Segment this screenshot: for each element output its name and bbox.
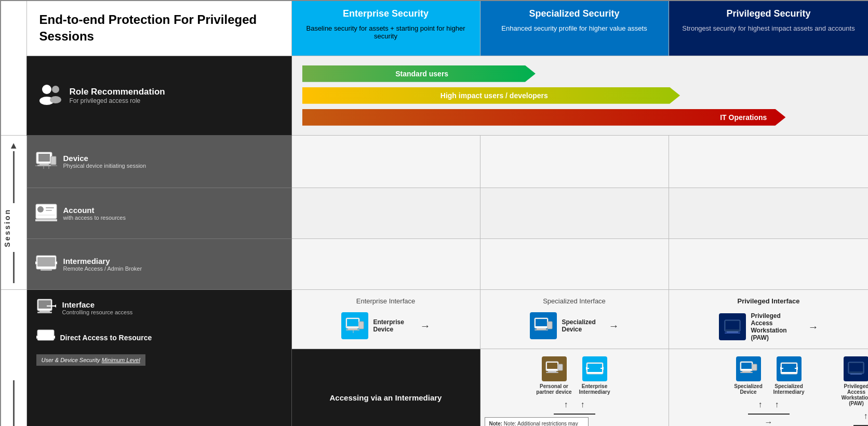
svg-rect-5 <box>38 154 50 162</box>
svg-rect-39 <box>346 329 359 330</box>
specialized-header-title: Specialized Security <box>489 8 660 19</box>
svg-rect-67 <box>752 364 757 370</box>
svg-rect-49 <box>726 321 739 329</box>
svg-rect-44 <box>536 319 547 326</box>
account-title: Account <box>63 206 126 215</box>
svg-rect-58 <box>587 364 602 372</box>
enterprise-intermediary-group: Enterprise Intermediary <box>577 356 613 395</box>
enterprise-intermediary-icon <box>582 356 607 381</box>
diagram-title-cell: End-to-end Protection For Privileged Ses… <box>26 1 291 56</box>
specialized-interface-cell: Specialized Interface Specialized Device… <box>480 290 669 349</box>
enterprise-header-cell: Enterprise Security Baseline security fo… <box>291 1 480 56</box>
high-impact-label: High impact users / developers <box>302 87 680 104</box>
account-subtitle: with access to resources <box>63 215 126 221</box>
account-category-cell: Account with access to resources <box>26 188 291 239</box>
min-level-badge: User & Device Security User & Device Sec… <box>36 354 145 366</box>
enterprise-flow: Personal or partner device <box>486 356 663 426</box>
session-lower-cell <box>1 290 26 426</box>
device-privileged-cell <box>669 135 868 188</box>
svg-rect-54 <box>548 371 556 372</box>
svg-rect-19 <box>37 257 55 267</box>
intermediary-specialized-cell <box>480 239 669 290</box>
enterprise-device-icon-box <box>341 312 368 339</box>
enterprise-device-label: Enterprise Device <box>373 318 415 333</box>
specialized-interface-label: Specialized Interface <box>488 297 661 305</box>
enterprise-interface-cell: Enterprise Interface Enterprise Device → <box>291 290 480 349</box>
note-text: Note: Additional restrictions may be req… <box>489 421 582 426</box>
svg-rect-75 <box>849 363 863 371</box>
svg-rect-53 <box>547 363 557 369</box>
device-subtitle: Physical device initiating session <box>63 163 146 169</box>
interface-subtitle: Controlling resource access <box>62 309 133 315</box>
it-ops-label: IT Operations <box>302 109 786 126</box>
accessing-label-cell: Accessing via an Intermediary <box>291 349 480 426</box>
paw-device-row: Privileged Access Workstation (PAW) → <box>676 312 861 341</box>
main-diagram: End-to-end Protection For Privileged Ses… <box>0 0 868 426</box>
intermediary-subtitle: Remote Access / Admin Broker <box>63 265 142 272</box>
privileged-interface-cell: Privileged Interface Privileged Access W… <box>669 290 868 349</box>
svg-rect-40 <box>359 322 364 329</box>
enterprise-arrow-right: → <box>420 320 431 332</box>
specialized-device-label: Specialized Device <box>562 318 604 333</box>
svg-rect-76 <box>850 374 862 375</box>
role-rec-subtitle: For privileged access role <box>70 97 165 104</box>
standard-users-arrow: Standard users <box>302 65 858 82</box>
spec-intermediary-group: Specialized Intermediary <box>771 356 807 395</box>
privileged-header-title: Privileged Security <box>677 8 860 19</box>
svg-point-0 <box>42 85 51 94</box>
paw-label: Privileged Access Workstation (PAW) <box>751 312 803 341</box>
spec-device-icon <box>736 356 761 381</box>
svg-rect-55 <box>546 372 558 373</box>
specialized-arrow-right: → <box>609 320 619 332</box>
enterprise-header-desc: Baseline security for assets + starting … <box>300 24 472 40</box>
paw-arrow-right: → <box>808 321 819 333</box>
role-left-empty <box>1 56 26 135</box>
svg-rect-66 <box>740 372 753 373</box>
privileged-interface-label: Privileged Interface <box>676 297 861 305</box>
specialized-device-row: Specialized Device → <box>488 312 661 339</box>
intermediary-category-cell: Intermediary Remote Access / Admin Broke… <box>26 239 291 290</box>
priv-paw-label: Privileged Access Workstation (PAW) <box>842 383 868 406</box>
personal-device-label: Personal or partner device <box>536 383 572 395</box>
paw-icon-box <box>719 313 746 340</box>
priv-paw-icon <box>844 356 868 381</box>
spec-device-label: Specialized Device <box>730 383 767 395</box>
account-privileged-cell <box>669 188 868 239</box>
specialized-flow: Specialized Device <box>674 356 863 426</box>
role-recommendation-row: Role Recommendation For privileged acces… <box>1 56 868 135</box>
role-rec-text: Role Recommendation For privileged acces… <box>70 87 165 104</box>
direct-access-title: Direct Access to Resource <box>60 334 152 342</box>
interface-row: Interface Controlling resource access <box>1 290 868 349</box>
specialized-intermediary-cell: Specialized Device <box>669 349 868 426</box>
spec-intermediary-label: Specialized Intermediary <box>771 383 807 395</box>
session-up-arrow: ▲ <box>3 141 24 204</box>
diagram-title: End-to-end Protection For Privileged Ses… <box>39 11 279 45</box>
account-icon <box>35 204 57 223</box>
svg-rect-65 <box>742 371 751 372</box>
svg-rect-17 <box>35 219 57 221</box>
svg-rect-69 <box>782 364 796 372</box>
accessing-title: Accessing via an Intermediary <box>302 393 470 402</box>
header-row: End-to-end Protection For Privileged Ses… <box>1 1 868 56</box>
device-enterprise-cell <box>291 135 480 188</box>
svg-rect-64 <box>741 363 752 369</box>
session-label: Session <box>3 208 11 247</box>
enterprise-interface-label: Enterprise Interface <box>299 297 473 305</box>
session-arrow-cell: ▲ Session <box>1 135 26 290</box>
privileged-header-cell: Privileged Security Strongest security f… <box>669 1 868 56</box>
svg-rect-27 <box>39 311 50 312</box>
svg-rect-31 <box>37 330 54 340</box>
intermediary-privileged-cell <box>669 239 868 290</box>
role-rec-cell: Role Recommendation For privileged acces… <box>26 56 291 135</box>
top-left-empty <box>1 1 26 56</box>
svg-rect-50 <box>727 331 738 332</box>
svg-rect-15 <box>46 210 52 211</box>
svg-point-2 <box>52 86 59 93</box>
svg-rect-37 <box>347 319 358 326</box>
device-title: Device <box>63 154 146 163</box>
svg-marker-30 <box>54 304 56 308</box>
account-row: Account with access to resources <box>1 188 868 239</box>
svg-rect-38 <box>348 328 357 329</box>
svg-point-3 <box>50 96 61 103</box>
privileged-header-desc: Strongest security for highest impact as… <box>677 24 860 32</box>
